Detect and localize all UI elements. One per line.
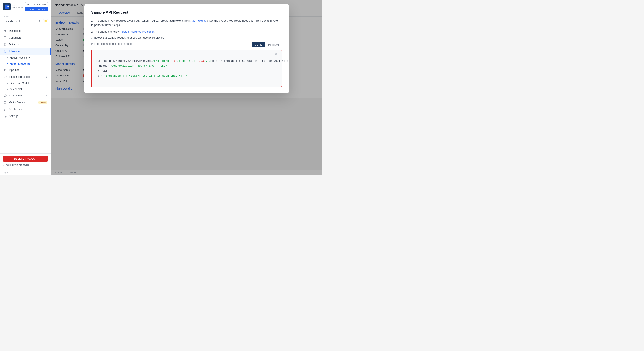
svg-line-19: [6, 103, 6, 104]
sidebar-item-datasets[interactable]: Datasets: [0, 41, 51, 48]
modal-step2: 2. The endpoints follow Kserve Inference…: [91, 30, 282, 34]
plug-icon: [4, 94, 7, 97]
logo-text: TIR: [12, 5, 23, 7]
svg-text:TIR: TIR: [5, 6, 9, 8]
folder-icon[interactable]: 📁: [43, 19, 48, 24]
sidebar-item-api-tokens-label: API Tokens: [9, 108, 48, 111]
svg-point-23: [5, 116, 6, 116]
svg-rect-4: [4, 31, 5, 32]
svg-rect-6: [4, 37, 6, 39]
legal-footer: Legal: [0, 170, 51, 176]
sidebar-item-genai-api[interactable]: GenAI API: [0, 86, 51, 92]
chevron-left-icon: «: [3, 164, 4, 166]
auth-tokens-link[interactable]: Auth Tokens: [190, 19, 206, 22]
legal-link[interactable]: Legal: [3, 172, 8, 174]
curl-tab[interactable]: CURL: [252, 42, 265, 48]
chevron-down-icon-int: ▾: [46, 94, 48, 97]
sidebar-item-model-repository-label: Model Repository: [10, 56, 30, 59]
file-icon: [4, 36, 7, 40]
svg-rect-3: [5, 30, 6, 31]
sidebar-bottom: DELETE PROJECT « COLLAPSE SIDEBAR: [0, 153, 51, 170]
svg-marker-16: [4, 76, 6, 77]
svg-line-22: [6, 108, 6, 109]
modal-step1: 1. The endpoint API requires a valid aut…: [91, 18, 282, 28]
sidebar-item-fine-tune-models[interactable]: Fine Tune Models: [0, 80, 51, 86]
svg-point-20: [4, 110, 5, 110]
code-format-tabs: CURL PYTHON: [252, 42, 282, 48]
modal-step2-cont: .: [154, 30, 155, 33]
main-content: tir-endpoint-032716555858 Overview Logs …: [51, 0, 322, 176]
inference-sub-items: Model Repository Model Endpoints: [0, 55, 51, 67]
explore-genai-button[interactable]: Explore GenAI API: [25, 7, 48, 11]
sidebar: TIR TIR AI PLATFORM GO TO MYACCOUNT Expl…: [0, 0, 51, 176]
python-tab[interactable]: PYTHON: [265, 42, 282, 48]
settings-icon: [4, 114, 7, 118]
git-branch-icon: [4, 68, 7, 72]
sidebar-item-datasets-label: Datasets: [9, 43, 48, 46]
delete-project-button[interactable]: DELETE PROJECT: [3, 156, 48, 162]
table-icon: [4, 43, 7, 46]
foundation-sub-items: Fine Tune Models GenAI API: [0, 80, 51, 92]
sidebar-header: TIR TIR AI PLATFORM GO TO MYACCOUNT Expl…: [0, 0, 51, 14]
activity-icon: [4, 50, 7, 53]
tir-logo-icon: TIR: [4, 4, 9, 9]
layers-icon: [4, 75, 7, 78]
svg-rect-17: [5, 96, 6, 97]
chevron-up-icon-fs: ▲: [45, 76, 48, 78]
sidebar-item-foundation-studio-label: Foundation Studio: [9, 76, 43, 78]
modal-overlay: Sample API Request 1. The endpoint API r…: [51, 0, 322, 176]
sidebar-item-foundation-studio[interactable]: Foundation Studio ▲: [0, 74, 51, 80]
sidebar-item-pipelines[interactable]: Pipelines ▾: [0, 67, 51, 74]
sidebar-item-dashboard[interactable]: Dashboard: [0, 28, 51, 34]
sidebar-item-settings[interactable]: Settings: [0, 113, 51, 120]
kserve-link[interactable]: Kserve Inference Protocols: [120, 30, 154, 33]
sidebar-item-settings-label: Settings: [9, 114, 48, 118]
project-label: Project: [3, 16, 48, 18]
sidebar-item-inference[interactable]: Inference ▲: [0, 48, 51, 55]
grid-icon: [4, 29, 7, 32]
dot-icon: [7, 57, 8, 58]
sidebar-item-integrations[interactable]: Integrations ▾: [0, 92, 51, 99]
go-to-myaccount-button[interactable]: GO TO MYACCOUNT: [25, 2, 48, 6]
code-block: curl https://infer.e2enetworks.net/proje…: [96, 54, 277, 83]
key-icon: [4, 108, 7, 111]
dot-icon-genai: [7, 88, 8, 90]
sidebar-item-fine-tune-models-label: Fine Tune Models: [10, 82, 30, 85]
sidebar-item-containers-label: Containers: [9, 36, 48, 39]
code-block-container: ⧉ curl https://infer.e2enetworks.net/pro…: [91, 50, 282, 87]
sidebar-item-pipelines-label: Pipelines: [9, 68, 44, 72]
project-selector: default-project ▾ 📁: [3, 18, 48, 24]
sidebar-item-inference-label: Inference: [9, 50, 43, 53]
modal-title: Sample API Request: [91, 10, 282, 15]
modal-step2-text: 2. The endpoints follow: [91, 30, 120, 33]
svg-point-18: [4, 102, 6, 103]
sidebar-item-vector-search-label: Vector Search: [9, 101, 36, 104]
chevron-down-icon: ▾: [46, 69, 48, 71]
modal-step3: 3. Below is a sample request that you ca…: [91, 36, 282, 39]
collapse-sidebar-button[interactable]: « COLLAPSE SIDEBAR: [3, 163, 48, 168]
project-dropdown[interactable]: default-project ▾: [3, 18, 42, 24]
logo-subtext: AI PLATFORM: [12, 7, 23, 8]
collapse-sidebar-label: COLLAPSE SIDEBAR: [6, 164, 29, 166]
chevron-up-icon: ▲: [45, 50, 47, 52]
sidebar-item-dashboard-label: Dashboard: [9, 30, 48, 32]
sidebar-item-model-endpoints[interactable]: Model Endpoints: [0, 61, 51, 67]
project-selected: default-project: [5, 20, 20, 22]
logo: TIR: [3, 3, 11, 10]
sidebar-item-genai-api-label: GenAI API: [10, 88, 22, 91]
dot-active-icon: [7, 63, 8, 64]
internal-badge: Internal: [38, 101, 48, 104]
sidebar-item-api-tokens[interactable]: API Tokens: [0, 106, 51, 113]
nav-section: Dashboard Containers Datasets Inference …: [0, 26, 51, 153]
copy-icon[interactable]: ⧉: [275, 52, 280, 56]
sidebar-item-integrations-label: Integrations: [9, 94, 44, 97]
svg-rect-5: [5, 31, 6, 32]
sidebar-item-vector-search[interactable]: Vector Search Internal: [0, 99, 51, 106]
project-section: Project default-project ▾ 📁: [0, 14, 51, 26]
svg-rect-8: [4, 44, 6, 46]
dot-icon-ft: [7, 83, 8, 84]
chevron-down-icon: ▾: [39, 20, 40, 22]
sidebar-item-model-repository[interactable]: Model Repository: [0, 55, 51, 61]
sample-api-request-modal: Sample API Request 1. The endpoint API r…: [84, 4, 289, 93]
sidebar-item-containers[interactable]: Containers: [0, 34, 51, 41]
